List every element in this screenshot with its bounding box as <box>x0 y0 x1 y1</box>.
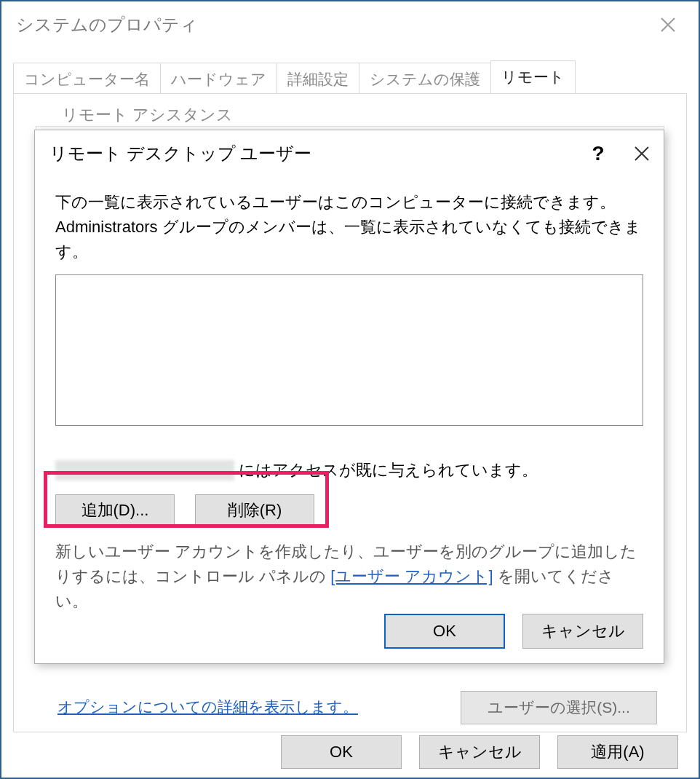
tab-remote[interactable]: リモート <box>490 60 576 93</box>
modal-button-row: OK キャンセル <box>384 614 643 649</box>
parent-button-row: OK キャンセル 適用(A) <box>281 735 678 769</box>
modal-ok-button[interactable]: OK <box>384 614 505 649</box>
help-icon[interactable]: ? <box>576 130 620 177</box>
modal-description: 下の一覧に表示されているユーザーはこのコンピューターに接続できます。Admini… <box>55 190 643 264</box>
modal-hint: 新しいユーザー アカウントを作成したり、ユーザーを別のグループに追加したりするに… <box>55 539 643 614</box>
close-icon[interactable] <box>646 3 690 47</box>
close-icon[interactable] <box>620 130 664 177</box>
tab-system-protection[interactable]: システムの保護 <box>359 63 491 94</box>
remote-assistance-group-label: リモート アシスタンス <box>57 104 237 126</box>
access-suffix-text: にはアクセスが既に与えられています。 <box>239 459 538 481</box>
modal-body: 下の一覧に表示されているユーザーはこのコンピューターに接続できます。Admini… <box>35 177 664 629</box>
tab-computer-name[interactable]: コンピューター名 <box>13 63 161 94</box>
options-details-link[interactable]: オプションについての詳細を表示します。 <box>57 697 358 717</box>
tab-advanced[interactable]: 詳細設定 <box>277 63 359 94</box>
access-already-granted-line: にはアクセスが既に与えられています。 <box>55 459 643 481</box>
redacted-username <box>55 460 234 481</box>
parent-apply-button[interactable]: 適用(A) <box>557 735 678 769</box>
remove-button[interactable]: 削除(R) <box>195 494 314 526</box>
parent-window-title: システムのプロパティ <box>16 13 198 36</box>
add-button[interactable]: 追加(D)... <box>55 494 175 526</box>
tabstrip: コンピューター名 ハードウェア 詳細設定 システムの保護 リモート <box>13 61 687 93</box>
user-accounts-link[interactable]: [ユーザー アカウント] <box>330 567 493 585</box>
add-remove-row: 追加(D)... 削除(R) <box>55 494 643 526</box>
select-users-button[interactable]: ユーザーの選択(S)... <box>461 691 657 724</box>
modal-titlebar: リモート デスクトップ ユーザー ? <box>35 130 664 177</box>
modal-title: リモート デスクトップ ユーザー <box>49 142 311 165</box>
modal-cancel-button[interactable]: キャンセル <box>522 614 643 649</box>
parent-cancel-button[interactable]: キャンセル <box>419 735 540 769</box>
parent-ok-button[interactable]: OK <box>281 735 402 769</box>
remote-desktop-users-dialog: リモート デスクトップ ユーザー ? 下の一覧に表示されているユーザーはこのコン… <box>34 130 664 664</box>
user-listbox[interactable] <box>55 274 643 426</box>
tab-hardware[interactable]: ハードウェア <box>160 63 277 94</box>
parent-titlebar: システムのプロパティ <box>1 1 699 48</box>
